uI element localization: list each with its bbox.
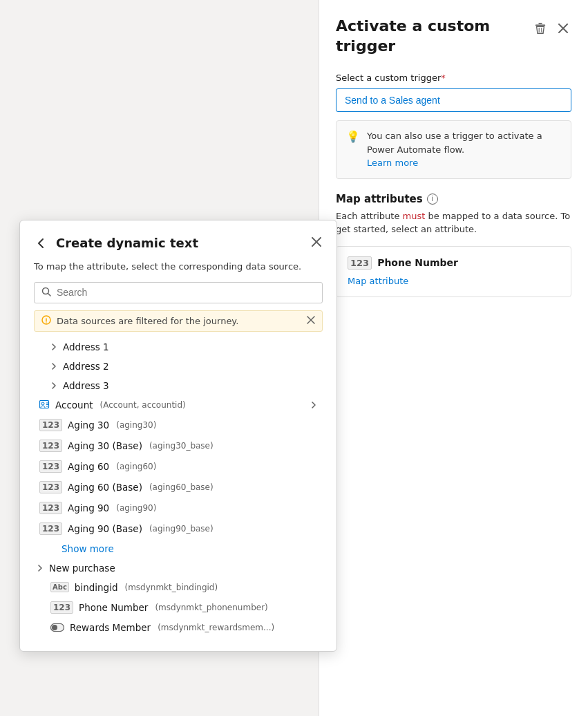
filter-notice: Data sources are filtered for the journe… — [34, 310, 323, 332]
trigger-input[interactable] — [336, 88, 571, 112]
num-icon: 123 — [39, 440, 62, 452]
item-label: Aging 30 — [68, 420, 109, 431]
phone-number-type-icon: 123 — [348, 256, 372, 270]
list-item[interactable]: 123 Aging 60 (aging60) — [34, 456, 320, 477]
close-left-panel-button[interactable] — [310, 234, 323, 252]
learn-more-link[interactable]: Learn more — [367, 158, 418, 168]
svg-point-12 — [46, 322, 46, 323]
abc-icon: Abc — [50, 582, 69, 592]
search-input[interactable] — [57, 287, 315, 298]
list-item[interactable]: Address 3 — [45, 376, 320, 395]
svg-point-16 — [41, 402, 44, 405]
info-box-text: You can also use a trigger to activate a… — [367, 129, 561, 170]
toggle-icon — [50, 623, 64, 632]
phone-number-label: Phone Number — [377, 257, 458, 268]
item-sub: (msdynmkt_phonenumber) — [155, 603, 267, 612]
chevron-right-icon — [50, 382, 57, 389]
item-sub: (msdynmkt_rewardsmem...) — [158, 623, 274, 632]
expand-icon — [310, 402, 317, 408]
item-sub: (aging90) — [116, 503, 156, 513]
filter-close-button[interactable] — [307, 315, 315, 326]
close-panel-button[interactable] — [555, 20, 571, 37]
chevron-right-icon — [50, 343, 57, 350]
panel-title: Activate a custom trigger — [336, 17, 531, 56]
item-label: Rewards Member — [70, 622, 151, 633]
chevron-right-icon — [37, 565, 44, 572]
select-trigger-label: Select a custom trigger* — [336, 73, 571, 83]
map-attr-header: Map attributes i — [336, 193, 571, 205]
delete-button[interactable] — [531, 19, 549, 37]
list-item[interactable]: Rewards Member (msdynmkt_rewardsmem...) — [45, 618, 320, 637]
link-icon — [39, 400, 50, 409]
map-attribute-link[interactable]: Map attribute — [348, 276, 408, 286]
required-star: * — [441, 73, 446, 83]
item-label: Account — [55, 399, 93, 411]
num-icon: 123 — [39, 460, 62, 473]
search-box[interactable] — [34, 282, 323, 303]
item-sub: (aging60) — [116, 462, 156, 471]
item-label: bindingid — [75, 582, 118, 593]
map-attr-desc: Each attribute must be mapped to a data … — [336, 209, 571, 236]
num-icon: 123 — [39, 481, 62, 493]
num-icon: 123 — [50, 601, 73, 614]
left-panel-desc: To map the attribute, select the corresp… — [34, 260, 323, 274]
list-item[interactable]: Abc bindingid (msdynmkt_bindingid) — [45, 578, 320, 597]
filter-notice-icon — [41, 315, 51, 327]
panel-header: Activate a custom trigger — [336, 17, 571, 56]
chevron-right-icon — [50, 363, 57, 370]
item-label: Address 1 — [63, 341, 109, 352]
phone-number-card: 123 Phone Number Map attribute — [336, 246, 571, 297]
right-panel: Activate a custom trigger Select a cus — [319, 0, 588, 716]
section-group-label[interactable]: New purchase — [34, 558, 320, 578]
left-panel-header-left: Create dynamic text — [34, 236, 198, 251]
item-label: Aging 60 (Base) — [68, 482, 142, 493]
item-label: Aging 60 — [68, 461, 109, 472]
map-attr-title: Map attributes — [336, 193, 423, 205]
item-label: Aging 30 (Base) — [68, 440, 142, 451]
item-sub: (Account, accountid) — [100, 400, 186, 410]
list-item[interactable]: Account (Account, accountid) — [34, 395, 320, 415]
item-label: Address 3 — [63, 380, 109, 391]
svg-rect-0 — [538, 23, 542, 24]
list-item[interactable]: 123 Aging 30 (aging30) — [34, 415, 320, 435]
list-item[interactable]: 123 Phone Number (msdynmkt_phonenumber) — [45, 597, 320, 618]
item-sub: (msdynmkt_bindingid) — [124, 583, 218, 592]
svg-line-9 — [48, 293, 51, 296]
section-label: New purchase — [49, 563, 115, 574]
list-item[interactable]: 123 Aging 30 (Base) (aging30_base) — [34, 435, 320, 456]
svg-point-21 — [52, 625, 57, 630]
item-sub: (aging60_base) — [149, 482, 214, 492]
list-item[interactable]: 123 Aging 60 (Base) (aging60_base) — [34, 477, 320, 498]
svg-rect-1 — [535, 25, 545, 26]
item-label: Phone Number — [79, 602, 148, 613]
list-item[interactable]: Address 2 — [45, 357, 320, 376]
list-item[interactable]: 123 Aging 90 (aging90) — [34, 498, 320, 518]
show-more-link[interactable]: Show more — [34, 539, 320, 558]
back-button[interactable] — [34, 236, 49, 251]
left-panel-header: Create dynamic text — [34, 234, 323, 252]
left-panel-title: Create dynamic text — [56, 236, 198, 250]
panel-header-icons — [531, 19, 571, 37]
attr-card-top: 123 Phone Number — [348, 256, 560, 270]
list-item[interactable]: 123 Aging 90 (Base) (aging90_base) — [34, 518, 320, 539]
must-highlight: must — [403, 211, 426, 221]
item-label: Aging 90 — [68, 502, 109, 514]
item-sub: (aging90_base) — [149, 524, 214, 534]
data-list: Address 1 Address 2 Address 3 — [34, 337, 323, 637]
item-label: Address 2 — [63, 361, 109, 372]
info-box: 💡 You can also use a trigger to activate… — [336, 120, 571, 179]
item-label: Aging 90 (Base) — [68, 523, 142, 534]
item-sub: (aging30_base) — [149, 441, 214, 451]
num-icon: 123 — [39, 522, 62, 535]
item-sub: (aging30) — [116, 420, 156, 430]
num-icon: 123 — [39, 502, 62, 514]
list-item[interactable]: Address 1 — [45, 337, 320, 357]
map-attr-info-icon[interactable]: i — [427, 194, 438, 205]
lightbulb-icon: 💡 — [346, 130, 360, 170]
search-icon — [41, 287, 51, 299]
left-panel: Create dynamic text To map the attribute… — [19, 220, 337, 652]
num-icon: 123 — [39, 419, 62, 431]
filter-notice-text: Data sources are filtered for the journe… — [57, 316, 238, 326]
